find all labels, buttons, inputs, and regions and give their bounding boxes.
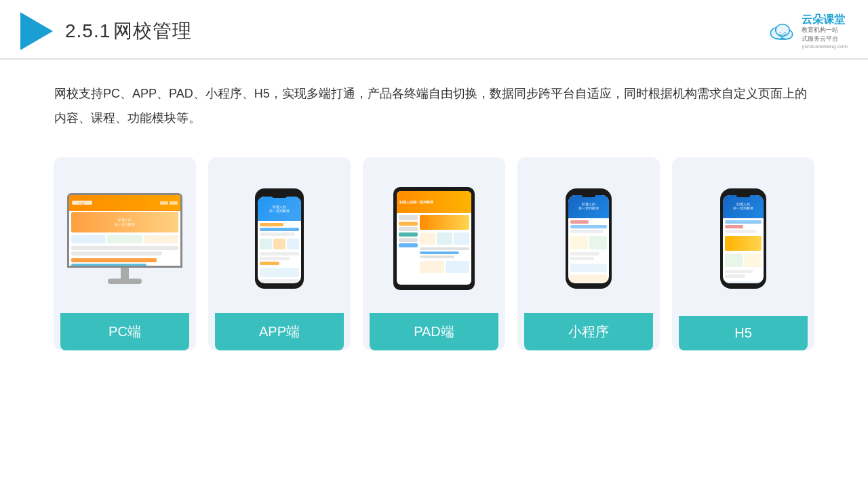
brand-sub-line1: 教育机构一站 [802, 26, 838, 35]
title-text: 网校管理 [113, 20, 192, 41]
card-pad: 职通人的第一堂判断课 [363, 157, 505, 350]
brand-domain: yunduoketang.com [802, 43, 848, 49]
cards-section: Logo 职通人的第一堂判断课 [0, 144, 868, 371]
card-miniprogram: 职通人的第一堂判断课 [517, 157, 660, 350]
logo-triangle-icon [20, 12, 53, 50]
monitor-screen: Logo 职通人的第一堂判断课 [67, 193, 182, 268]
monitor-mock: Logo 职通人的第一堂判断课 [67, 193, 182, 284]
card-pad-label: PAD端 [370, 313, 498, 350]
title-number: 2.5.1 [65, 20, 111, 41]
phone-mock-app: 职通人的第一堂判断课 [255, 188, 304, 289]
card-app-label: APP端 [215, 313, 344, 350]
card-pc-image: Logo 职通人的第一堂判断课 [60, 171, 189, 306]
description-text: 网校支持PC、APP、PAD、小程序、H5，实现多端打通，产品各终端自由切换，数… [0, 60, 868, 144]
brand-name: 云朵课堂 [802, 13, 845, 26]
phone-sm-h5: 职通人的第一堂判断课 [720, 188, 766, 289]
card-miniprogram-image: 职通人的第一堂判断课 [524, 171, 653, 306]
card-app: 职通人的第一堂判断课 [208, 157, 351, 350]
tablet-mock: 职通人的第一堂判断课 [393, 187, 475, 290]
card-miniprogram-label: 小程序 [524, 313, 653, 350]
card-pad-image: 职通人的第一堂判断课 [370, 171, 498, 306]
brand-text: 云朵课堂 教育机构一站 式服务云平台 yunduoketang.com [802, 13, 848, 49]
header-left: 2.5.1网校管理 [20, 12, 192, 50]
page-title: 2.5.1网校管理 [65, 18, 192, 44]
phone-sm-miniprogram: 职通人的第一堂判断课 [566, 188, 612, 289]
card-app-image: 职通人的第一堂判断课 [215, 171, 344, 306]
cloud-icon: 云朵 [768, 19, 797, 43]
card-h5-label: H5 [679, 316, 808, 350]
card-pc-label: PC端 [60, 313, 189, 350]
brand-sub-line2: 式服务云平台 [802, 35, 838, 43]
svg-text:云朵: 云朵 [778, 32, 787, 37]
card-pc: Logo 职通人的第一堂判断课 [54, 157, 196, 350]
card-h5-image: 职通人的第一堂判断课 [679, 171, 808, 306]
brand-logo: 云朵 云朵课堂 教育机构一站 式服务云平台 yunduoketang.com [768, 13, 848, 49]
card-h5: 职通人的第一堂判断课 [672, 157, 814, 350]
page-header: 2.5.1网校管理 云朵 云朵课堂 教育机构一站 式服务云平台 yunduoke… [0, 0, 868, 60]
